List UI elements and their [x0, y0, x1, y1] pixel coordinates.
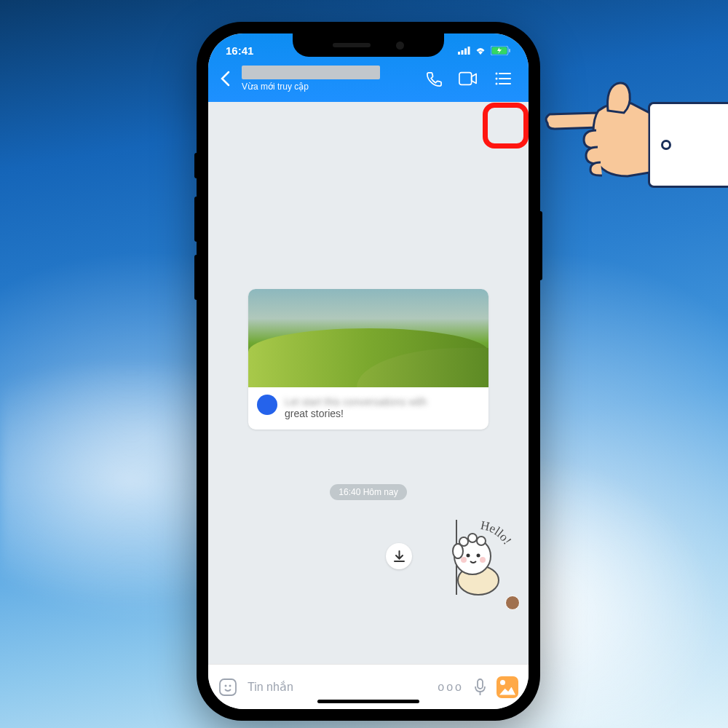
- more-options-button[interactable]: ooo: [438, 681, 464, 694]
- svg-rect-7: [459, 73, 472, 85]
- svg-point-23: [480, 557, 486, 563]
- message-input[interactable]: Tin nhắn: [248, 680, 427, 694]
- svg-rect-0: [458, 52, 460, 55]
- svg-point-22: [461, 557, 467, 563]
- svg-point-28: [229, 684, 232, 687]
- svg-rect-2: [464, 49, 467, 55]
- phone-notch: [293, 33, 444, 57]
- status-time: 16:41: [226, 44, 253, 57]
- card-caption: Let start this conversations with great …: [248, 387, 488, 430]
- contact-title-area[interactable]: Vừa mới truy cập: [242, 66, 415, 92]
- hello-sticker[interactable]: Hello!: [436, 516, 513, 596]
- download-button[interactable]: [386, 543, 412, 569]
- card-image: [248, 289, 488, 387]
- sticker-picker-button[interactable]: [218, 678, 237, 697]
- call-button[interactable]: [424, 69, 443, 88]
- screen: 16:41: [208, 33, 529, 709]
- svg-point-8: [496, 73, 498, 75]
- contact-status: Vừa mới truy cập: [242, 82, 415, 92]
- svg-point-19: [477, 537, 486, 545]
- pointing-hand-illustration: [539, 62, 728, 204]
- svg-rect-26: [220, 679, 236, 695]
- read-receipt-avatar: [505, 596, 520, 610]
- voice-message-button[interactable]: [474, 678, 486, 696]
- contact-name-redacted: [242, 66, 380, 79]
- image-picker-button[interactable]: [496, 676, 518, 698]
- timestamp-pill: 16:40 Hôm nay: [330, 484, 406, 500]
- svg-point-27: [225, 684, 227, 687]
- back-button[interactable]: [220, 71, 230, 87]
- menu-list-button[interactable]: [494, 69, 513, 88]
- highlight-box: [483, 103, 529, 149]
- svg-point-18: [468, 534, 477, 542]
- wifi-icon: [475, 47, 486, 55]
- battery-icon: [491, 46, 511, 55]
- svg-point-12: [496, 83, 498, 85]
- chat-area[interactable]: Let start this conversations with great …: [208, 111, 529, 664]
- phone-frame: 16:41: [197, 22, 540, 721]
- svg-rect-29: [478, 679, 483, 689]
- svg-point-20: [467, 554, 470, 558]
- svg-rect-6: [509, 49, 510, 52]
- signal-icon: [458, 47, 470, 55]
- home-indicator[interactable]: [317, 700, 419, 703]
- svg-point-24: [453, 544, 463, 558]
- svg-rect-3: [468, 47, 470, 55]
- svg-rect-1: [462, 50, 464, 55]
- card-avatar-icon: [257, 395, 277, 415]
- video-call-button[interactable]: [459, 69, 478, 88]
- story-card[interactable]: Let start this conversations with great …: [248, 289, 488, 430]
- svg-point-21: [477, 554, 480, 558]
- svg-point-10: [496, 78, 498, 80]
